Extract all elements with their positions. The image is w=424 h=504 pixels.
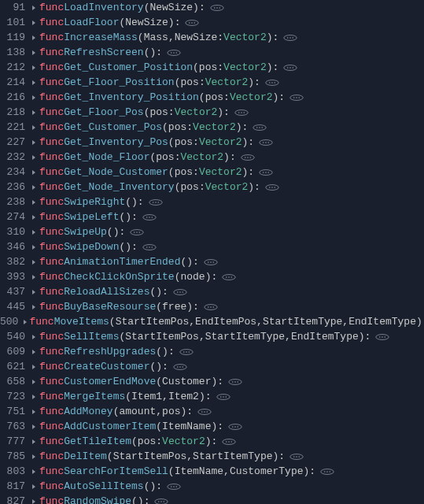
code-content[interactable]: func Get_Floor_Pos(pos:Vector2): [39, 105, 249, 120]
collapsed-code-icon[interactable] [130, 228, 144, 236]
code-line[interactable]: 827func RandomSwipe(): [0, 494, 424, 504]
fold-collapsed-icon[interactable] [30, 199, 39, 206]
collapsed-code-icon[interactable] [375, 333, 389, 341]
collapsed-code-icon[interactable] [179, 348, 194, 356]
collapsed-code-icon[interactable] [173, 363, 187, 371]
fold-collapsed-icon[interactable] [30, 154, 39, 161]
code-content[interactable]: func IncreaseMass(Mass,NewSize:Vector2): [39, 30, 297, 45]
function-name[interactable]: MoveItems [54, 314, 109, 329]
collapsed-code-icon[interactable] [234, 109, 249, 117]
code-content[interactable]: func CreateCustomer(): [39, 359, 187, 374]
collapsed-code-icon[interactable] [283, 34, 297, 42]
function-name[interactable]: CreateCustomer [64, 359, 149, 374]
collapsed-code-icon[interactable] [204, 258, 218, 266]
function-name[interactable]: Get_Customer_Position [64, 60, 193, 75]
code-content[interactable]: func SellItems(StartItemPos,StartItemTyp… [39, 329, 389, 344]
fold-collapsed-icon[interactable] [30, 20, 39, 26]
function-name[interactable]: SellItems [64, 329, 119, 344]
code-line[interactable]: 393func CheckClickOnSprite(node): [0, 269, 424, 284]
fold-collapsed-icon[interactable] [30, 379, 39, 385]
code-content[interactable]: func Get_Inventory_Position(pos:Vector2)… [39, 90, 304, 105]
function-name[interactable]: Get_Floor_Position [64, 75, 174, 90]
collapsed-code-icon[interactable] [210, 4, 224, 12]
fold-collapsed-icon[interactable] [30, 274, 39, 280]
function-name[interactable]: Get_Node_Floor [64, 150, 149, 165]
fold-collapsed-icon[interactable] [30, 65, 39, 71]
code-content[interactable]: func CheckClickOnSprite(node): [39, 269, 236, 284]
collapsed-code-icon[interactable] [283, 64, 297, 72]
code-content[interactable]: func RandomSwipe(): [39, 494, 168, 504]
code-line[interactable]: 382func AnimationTimerEnded(): [0, 254, 424, 269]
code-content[interactable]: func Get_Node_Floor(pos:Vector2): [39, 150, 255, 165]
collapsed-code-icon[interactable] [289, 94, 304, 102]
fold-collapsed-icon[interactable] [30, 244, 39, 250]
function-name[interactable]: SwipeUp [64, 224, 107, 239]
collapsed-code-icon[interactable] [216, 393, 230, 401]
code-editor-outline[interactable]: 91func LoadInventory(NewSize):101func Lo… [0, 0, 424, 504]
fold-collapsed-icon[interactable] [30, 364, 39, 370]
fold-collapsed-icon[interactable] [30, 409, 39, 415]
code-line[interactable]: 214func Get_Floor_Position(pos:Vector2): [0, 75, 424, 90]
fold-collapsed-icon[interactable] [30, 484, 39, 490]
fold-collapsed-icon[interactable] [30, 439, 39, 445]
code-content[interactable]: func Get_Inventory_Pos(pos:Vector2): [39, 135, 273, 150]
fold-collapsed-icon[interactable] [30, 498, 39, 505]
function-name[interactable]: RefreshUpgrades [64, 344, 156, 359]
code-line[interactable]: 216func Get_Inventory_Position(pos:Vecto… [0, 90, 424, 105]
code-line[interactable]: 234func Get_Node_Customer(pos:Vector2): [0, 165, 424, 180]
code-content[interactable]: func SwipeUp(): [39, 224, 144, 239]
fold-collapsed-icon[interactable] [30, 5, 39, 11]
code-line[interactable]: 723func MergeItems(Item1,Item2): [0, 389, 424, 404]
code-line[interactable]: 119func IncreaseMass(Mass,NewSize:Vector… [0, 30, 424, 45]
code-content[interactable]: func AnimationTimerEnded(): [39, 254, 218, 269]
collapsed-code-icon[interactable] [142, 213, 157, 221]
code-content[interactable]: func RefreshScreen(): [39, 45, 181, 60]
function-name[interactable]: RefreshScreen [64, 45, 143, 60]
function-name[interactable]: Get_Inventory_Pos [64, 135, 168, 150]
code-line[interactable]: 238func SwipeRight(): [0, 195, 424, 209]
fold-collapsed-icon[interactable] [30, 184, 39, 191]
code-line[interactable]: 540func SellItems(StartItemPos,StartItem… [0, 329, 424, 344]
fold-collapsed-icon[interactable] [30, 259, 39, 265]
collapsed-code-icon[interactable] [265, 183, 279, 191]
code-line[interactable]: 751func AddMoney(amount,pos): [0, 404, 424, 419]
collapsed-code-icon[interactable] [241, 154, 255, 161]
function-name[interactable]: MergeItems [64, 389, 125, 404]
function-name[interactable]: SwipeLeft [64, 209, 119, 224]
fold-collapsed-icon[interactable] [30, 214, 39, 220]
fold-collapsed-icon[interactable] [30, 469, 39, 475]
collapsed-code-icon[interactable] [228, 423, 242, 431]
code-content[interactable]: func Get_Floor_Position(pos:Vector2): [39, 75, 279, 90]
collapsed-code-icon[interactable] [289, 453, 304, 461]
fold-collapsed-icon[interactable] [30, 349, 39, 355]
collapsed-code-icon[interactable] [167, 49, 181, 57]
function-name[interactable]: SwipeRight [64, 195, 125, 209]
fold-collapsed-icon[interactable] [23, 319, 29, 325]
collapsed-code-icon[interactable] [222, 273, 236, 281]
fold-collapsed-icon[interactable] [30, 454, 39, 460]
collapsed-code-icon[interactable] [204, 303, 218, 311]
code-line[interactable]: 310func SwipeUp(): [0, 224, 424, 239]
function-name[interactable]: GetTileItem [64, 434, 131, 449]
code-line[interactable]: 763func AddCustomerItem(ItemName): [0, 419, 424, 434]
fold-collapsed-icon[interactable] [30, 35, 39, 41]
collapsed-code-icon[interactable] [228, 378, 242, 386]
code-content[interactable]: func AddCustomerItem(ItemName): [39, 419, 242, 434]
collapsed-code-icon[interactable] [142, 243, 157, 251]
function-name[interactable]: SwipeDown [64, 239, 119, 254]
code-line[interactable]: 785func DelItem(StartItemPos,StartItemTy… [0, 449, 424, 464]
function-name[interactable]: LoadInventory [64, 0, 143, 15]
code-content[interactable]: func MoveItems(StartItemPos,EndItemPos,S… [29, 314, 424, 329]
collapsed-code-icon[interactable] [149, 198, 163, 206]
collapsed-code-icon[interactable] [259, 139, 273, 146]
fold-collapsed-icon[interactable] [30, 424, 39, 430]
function-name[interactable]: RandomSwipe [64, 494, 131, 504]
code-line[interactable]: 445func BuyBaseResourse(free): [0, 299, 424, 314]
code-line[interactable]: 346func SwipeDown(): [0, 239, 424, 254]
function-name[interactable]: Get_Floor_Pos [64, 105, 143, 120]
code-content[interactable]: func Get_Node_Customer(pos:Vector2): [39, 165, 273, 180]
fold-collapsed-icon[interactable] [30, 139, 39, 146]
code-content[interactable]: func CustomerEndMove(Customer): [39, 374, 242, 389]
fold-collapsed-icon[interactable] [30, 80, 39, 86]
code-line[interactable]: 274func SwipeLeft(): [0, 209, 424, 224]
